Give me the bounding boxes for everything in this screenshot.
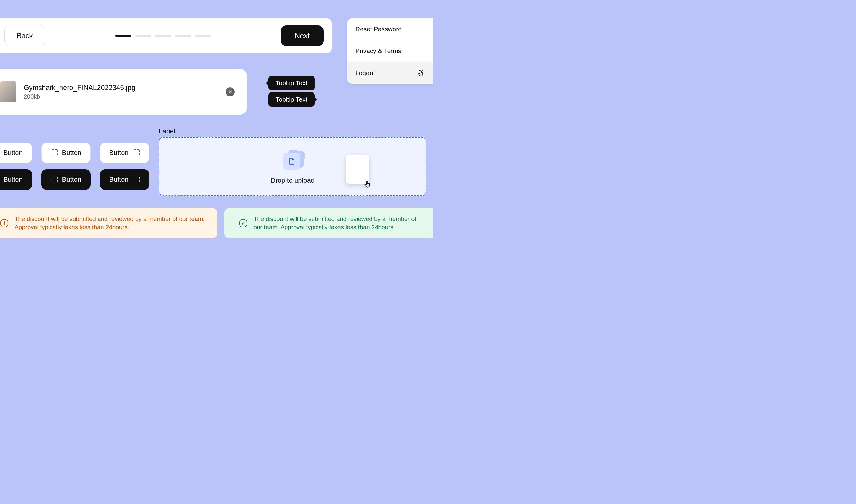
documents-icon [279,149,306,173]
next-button[interactable]: Next [281,25,323,46]
button-example-light[interactable]: Button [0,143,32,163]
placeholder-icon [133,176,140,183]
placeholder-icon [51,176,58,183]
step-pill[interactable] [175,35,191,37]
file-name: Gymshark_hero_FINAL2022345.jpg [24,84,218,92]
file-icon [288,157,296,165]
alert-success: ✓ The discount will be submitted and rev… [225,208,433,238]
menu-item-privacy-terms[interactable]: Privacy & Terms [347,40,433,62]
info-icon: i [0,219,8,228]
button-example-light-icon-left[interactable]: Button [41,143,91,163]
button-label: Button [3,176,23,183]
alert-warning: i The discount will be submitted and rev… [0,208,217,238]
button-example-dark[interactable]: Button [0,169,32,190]
dropzone-text: Drop to upload [271,177,315,184]
back-button[interactable]: Back [4,25,45,47]
check-icon: ✓ [239,219,247,228]
file-dropzone[interactable]: Drop to upload [159,137,426,196]
button-example-dark-icon-left[interactable]: Button [41,169,91,190]
file-thumbnail [0,81,16,103]
button-example-dark-icon-right[interactable]: Button [100,169,149,190]
button-label: Button [3,149,23,157]
dragged-file-ghost [346,155,369,184]
menu-item-reset-password[interactable]: Reset Password [347,18,433,40]
button-label: Button [109,149,128,157]
step-pill[interactable] [135,35,151,37]
close-icon: ✕ [228,89,232,95]
button-example-light-icon-right[interactable]: Button [100,143,149,163]
alert-text: The discount will be submitted and revie… [15,215,209,231]
step-pill[interactable] [195,35,211,37]
button-label: Button [62,176,82,183]
stepper-bar: Back Next [0,18,332,53]
button-label: Button [62,149,82,157]
account-menu: Reset Password Privacy & Terms Logout [347,18,433,84]
placeholder-icon [51,149,58,157]
file-size: 200kb [24,93,218,100]
tooltip-right-arrow: Tooltip Text [268,92,315,107]
menu-item-label: Logout [355,69,375,77]
file-meta: Gymshark_hero_FINAL2022345.jpg 200kb [24,84,218,100]
button-label: Button [109,176,128,183]
step-pill[interactable] [115,35,131,37]
step-pill[interactable] [155,35,171,37]
dropzone-label: Label [159,127,175,135]
tooltip-left-arrow: Tooltip Text [268,76,315,90]
step-indicator [115,35,211,37]
remove-file-button[interactable]: ✕ [226,87,235,96]
button-examples: Button Button Button Button Button Butto… [0,143,149,190]
placeholder-icon [133,149,140,157]
alert-text: The discount will be submitted and revie… [253,215,424,231]
uploaded-file-card: Gymshark_hero_FINAL2022345.jpg 200kb ✕ [0,69,247,115]
menu-item-logout[interactable]: Logout [347,62,433,84]
pointer-cursor-icon [417,69,424,77]
